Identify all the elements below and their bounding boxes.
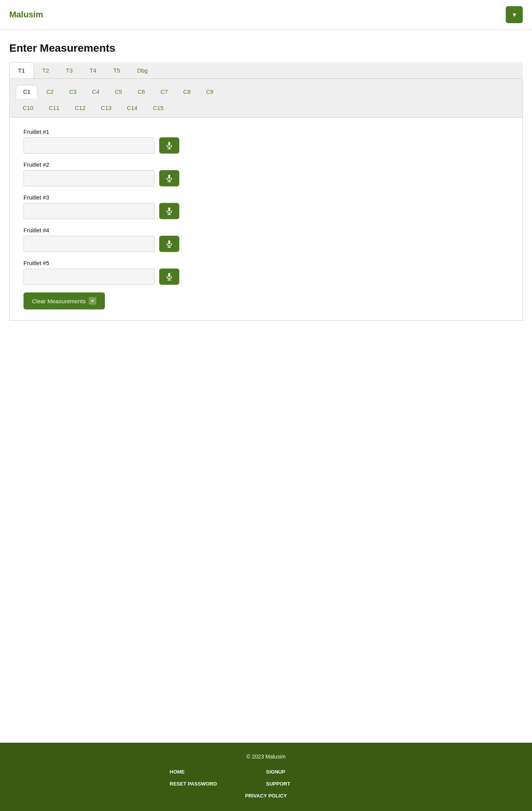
- inner-tabs-wrapper: C1C2C3C4C5C6C7C8C9 C10C11C12C13C14C15: [9, 79, 523, 118]
- mic-icon: [165, 207, 173, 215]
- fruitlet-label-1: Fruitlet #1: [24, 128, 508, 135]
- clear-x-icon: ✕: [89, 297, 96, 305]
- footer-links: HOMESIGNUPRESET PASSWORDSUPPORTPRIVACY P…: [170, 769, 362, 799]
- fruitlet-input-row-2: [24, 170, 508, 186]
- inner-tab-c3[interactable]: C3: [62, 85, 83, 98]
- fruitlet-group-1: Fruitlet #1: [24, 128, 508, 154]
- inner-tabs-row2: C10C11C12C13C14C15: [16, 101, 516, 114]
- fruitlet-group-2: Fruitlet #2: [24, 161, 508, 186]
- mic-button-4[interactable]: [159, 236, 179, 252]
- fruitlet-label-4: Fruitlet #4: [24, 227, 508, 233]
- svg-rect-6: [168, 208, 170, 211]
- app-header: Malusim ▾: [0, 0, 532, 30]
- footer-link-support[interactable]: SUPPORT: [266, 781, 362, 787]
- mic-button-1[interactable]: [159, 137, 179, 154]
- form-panel: Fruitlet #1 Fruitlet #2 Fruitlet #3 Frui…: [9, 118, 523, 321]
- copyright: © 2023 Malusim: [9, 754, 523, 760]
- fruitlet-label-2: Fruitlet #2: [24, 161, 508, 168]
- outer-tabs: T1T2T3T4T5Dbg: [9, 62, 523, 79]
- inner-tab-c13[interactable]: C13: [94, 101, 119, 114]
- outer-tab-t2[interactable]: T2: [34, 62, 58, 78]
- footer-link-signup[interactable]: SIGNUP: [266, 769, 362, 775]
- fruitlet-group-3: Fruitlet #3: [24, 194, 508, 219]
- fruitlet-input-row-3: [24, 203, 508, 219]
- mic-button-2[interactable]: [159, 170, 179, 186]
- app-logo: Malusim: [9, 10, 43, 20]
- inner-tab-c5[interactable]: C5: [108, 85, 129, 98]
- mic-icon: [165, 272, 173, 281]
- inner-tab-c6[interactable]: C6: [131, 85, 152, 98]
- inner-tab-c15[interactable]: C15: [146, 101, 171, 114]
- main-content: Enter Measurements T1T2T3T4T5Dbg C1C2C3C…: [0, 30, 532, 743]
- outer-tab-t4[interactable]: T4: [81, 62, 105, 78]
- fruitlet-input-row-5: [24, 269, 508, 285]
- fruitlet-input-5[interactable]: [24, 269, 155, 285]
- fruitlet-input-row-1: [24, 137, 508, 154]
- inner-tab-c12[interactable]: C12: [68, 101, 93, 114]
- footer-link-home[interactable]: HOME: [170, 769, 266, 775]
- fruitlet-group-4: Fruitlet #4: [24, 227, 508, 252]
- mic-icon: [165, 141, 173, 150]
- fruitlet-input-4[interactable]: [24, 236, 155, 252]
- fruitlet-input-row-4: [24, 236, 508, 252]
- fruitlet-group-5: Fruitlet #5: [24, 260, 508, 285]
- inner-tab-c8[interactable]: C8: [176, 85, 197, 98]
- svg-rect-9: [168, 240, 170, 244]
- clear-button-label: Clear Measurements: [32, 298, 86, 304]
- inner-tab-c14[interactable]: C14: [120, 101, 145, 114]
- inner-tabs-row1: C1C2C3C4C5C6C7C8C9: [16, 85, 516, 98]
- svg-rect-3: [168, 175, 170, 179]
- inner-tab-c1[interactable]: C1: [16, 85, 38, 98]
- svg-rect-12: [168, 273, 170, 277]
- inner-tab-c2[interactable]: C2: [39, 85, 61, 98]
- mic-button-3[interactable]: [159, 203, 179, 219]
- page-title: Enter Measurements: [9, 42, 523, 54]
- footer-link-privacy-policy[interactable]: PRIVACY POLICY: [170, 793, 362, 799]
- chevron-down-icon: ▾: [513, 10, 516, 19]
- outer-tab-t5[interactable]: T5: [105, 62, 129, 78]
- fruitlet-label-3: Fruitlet #3: [24, 194, 508, 201]
- inner-tab-c7[interactable]: C7: [153, 85, 175, 98]
- inner-tab-c11[interactable]: C11: [42, 101, 67, 114]
- outer-tab-t3[interactable]: T3: [57, 62, 81, 78]
- mic-icon: [165, 174, 173, 182]
- mic-button-5[interactable]: [159, 269, 179, 285]
- mic-icon: [165, 240, 173, 248]
- svg-rect-0: [168, 142, 170, 146]
- inner-tab-c10[interactable]: C10: [16, 101, 40, 114]
- outer-tab-t1[interactable]: T1: [9, 62, 34, 79]
- dropdown-button[interactable]: ▾: [506, 6, 523, 23]
- clear-measurements-button[interactable]: Clear Measurements✕: [24, 292, 105, 309]
- fruitlet-input-1[interactable]: [24, 137, 155, 154]
- footer-link-reset-password[interactable]: RESET PASSWORD: [170, 781, 266, 787]
- inner-tab-c4[interactable]: C4: [85, 85, 106, 98]
- app-footer: © 2023 Malusim HOMESIGNUPRESET PASSWORDS…: [0, 743, 532, 811]
- fruitlet-input-2[interactable]: [24, 170, 155, 186]
- outer-tab-dbg[interactable]: Dbg: [129, 62, 157, 78]
- fruitlet-label-5: Fruitlet #5: [24, 260, 508, 266]
- inner-tab-c9[interactable]: C9: [199, 85, 221, 98]
- fruitlet-input-3[interactable]: [24, 203, 155, 219]
